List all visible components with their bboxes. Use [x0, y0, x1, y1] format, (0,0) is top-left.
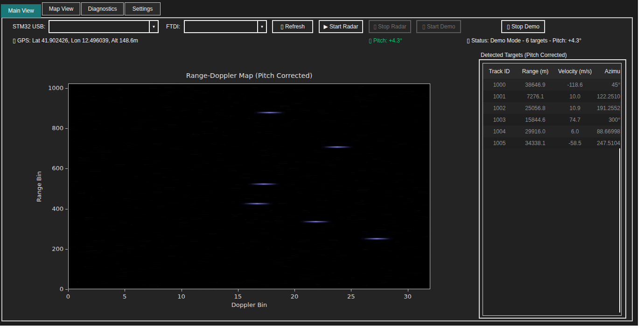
x-tick — [125, 289, 125, 292]
x-tick-label: 25 — [347, 293, 355, 300]
table-cell: 34338.1 — [516, 140, 555, 146]
table-cell: 1000 — [483, 82, 516, 88]
y-tick — [65, 209, 68, 209]
x-tick — [182, 289, 182, 292]
tab-map-view[interactable]: Map View — [42, 2, 80, 15]
targets-panel-title: Detected Targets (Pitch Corrected) — [481, 52, 567, 58]
tab-diagnostics[interactable]: Diagnostics — [81, 2, 124, 15]
ftdi-dropdown-button[interactable]: ▼ — [257, 21, 266, 32]
tab-bar: Main ViewMap ViewDiagnosticsSettings — [1, 2, 161, 18]
x-tick-label: 30 — [404, 293, 412, 300]
y-tick-label: 200 — [36, 245, 63, 252]
stm32-usb-dropdown-button[interactable]: ▼ — [149, 21, 158, 32]
app-window: Main ViewMap ViewDiagnosticsSettings STM… — [0, 0, 638, 326]
table-cell: 38646.9 — [516, 82, 555, 88]
table-cell: 1003 — [483, 117, 516, 123]
x-tick-label: 10 — [177, 293, 185, 300]
ftdi-combobox[interactable]: ▼ — [184, 20, 267, 33]
x-tick — [408, 289, 408, 292]
x-axis-label: Doppler Bin — [68, 301, 430, 308]
x-tick — [238, 289, 238, 292]
pitch-label: ▯ Pitch: +4.3° — [369, 37, 402, 44]
x-tick-label: 5 — [123, 293, 126, 300]
targets-table-header: Track IDRange (m)Velocity (m/s)Azimu — [483, 63, 621, 79]
table-row[interactable]: 100315844.674.7300° — [483, 114, 621, 125]
table-cell: 25056.8 — [516, 105, 555, 111]
y-tick-label: 1000 — [36, 84, 63, 91]
column-header[interactable]: Azimu — [595, 68, 621, 75]
column-header[interactable]: Track ID — [483, 68, 516, 75]
targets-table-scrollbar[interactable] — [619, 148, 620, 313]
table-cell: 1005 — [483, 140, 516, 146]
stop-radar-button[interactable]: ▯ Stop Radar — [369, 20, 411, 33]
table-cell: -58.5 — [555, 140, 595, 146]
table-cell: 45° — [595, 82, 621, 88]
stop-demo-button[interactable]: ▯ Stop Demo — [501, 20, 545, 33]
y-tick — [65, 289, 68, 290]
table-cell: 10.9 — [555, 105, 595, 111]
table-cell: 10.0 — [555, 93, 595, 100]
chevron-down-icon: ▼ — [260, 25, 264, 29]
table-cell: 191.2552 — [595, 105, 621, 111]
y-tick-label: 800 — [36, 125, 63, 132]
stm32-usb-label: STM32 USB: — [13, 23, 45, 30]
stm32-usb-combobox[interactable]: ▼ — [49, 20, 159, 33]
start-radar-button[interactable]: ▶ Start Radar — [319, 20, 363, 33]
chevron-down-icon: ▼ — [152, 25, 156, 29]
table-row[interactable]: 10017276.110.0122.2510 — [483, 90, 621, 102]
table-row[interactable]: 100225056.810.9191.2552 — [483, 102, 621, 114]
table-cell: 122.2510 — [595, 93, 621, 100]
table-cell: 247.5104 — [595, 140, 621, 146]
gps-status-label: ▯ GPS: Lat 41.902426, Lon 12.496039, Alt… — [13, 37, 138, 44]
x-tick-label: 20 — [291, 293, 299, 300]
chart-title: Range-Doppler Map (Pitch Corrected) — [68, 72, 430, 79]
status-label: ▯ Status: Demo Mode - 6 targets - Pitch:… — [467, 37, 581, 44]
targets-table-body: 100038646.9-118.645°10017276.110.0122.25… — [483, 79, 621, 149]
table-cell: 88.66998 — [595, 128, 621, 135]
table-row[interactable]: 100038646.9-118.645° — [483, 79, 621, 90]
y-tick — [65, 88, 68, 89]
y-tick — [65, 128, 68, 129]
table-cell: 300° — [595, 117, 621, 123]
table-cell: 1001 — [483, 93, 516, 100]
table-row[interactable]: 100534338.1-58.5247.5104 — [483, 137, 621, 149]
tab-main-view[interactable]: Main View — [1, 4, 41, 18]
y-axis-label: Range Bin — [35, 140, 43, 233]
table-cell: -118.6 — [555, 82, 595, 88]
table-cell: 1002 — [483, 105, 516, 111]
table-cell: 6.0 — [555, 128, 595, 135]
column-header[interactable]: Range (m) — [516, 68, 555, 75]
range-doppler-plot — [68, 84, 430, 289]
table-cell: 15844.6 — [516, 117, 555, 123]
y-tick — [65, 249, 68, 250]
y-tick-label: 0 — [36, 285, 63, 292]
targets-table[interactable]: Track IDRange (m)Velocity (m/s)Azimu 100… — [483, 63, 622, 316]
x-tick-label: 15 — [234, 293, 242, 300]
x-tick-label: 0 — [66, 293, 70, 300]
refresh-button[interactable]: ▯ Refresh — [272, 20, 313, 33]
table-cell: 7276.1 — [516, 93, 555, 100]
range-doppler-heatmap — [69, 84, 430, 289]
table-row[interactable]: 100429916.06.088.66998 — [483, 125, 621, 137]
table-cell: 29916.0 — [516, 128, 555, 135]
column-header[interactable]: Velocity (m/s) — [555, 68, 595, 75]
ftdi-label: FTDI: — [166, 23, 180, 30]
x-tick — [351, 289, 351, 292]
tab-settings[interactable]: Settings — [125, 2, 161, 15]
x-tick — [294, 289, 295, 292]
table-cell: 1004 — [483, 128, 516, 135]
table-cell: 74.7 — [555, 117, 595, 123]
start-demo-button[interactable]: ▯ Start Demo — [416, 20, 461, 33]
y-tick — [65, 168, 68, 169]
x-tick — [68, 289, 69, 292]
